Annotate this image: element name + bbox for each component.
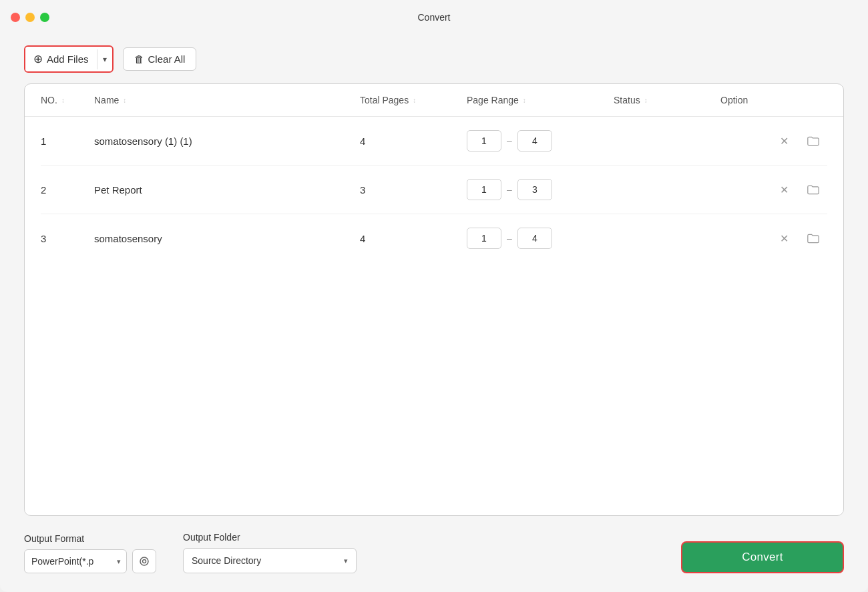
select-arrow-icon: ▾ bbox=[112, 557, 126, 566]
remove-row-button[interactable]: ✕ bbox=[777, 181, 791, 199]
output-folder-group: Output Folder Source Directory ▾ bbox=[183, 532, 357, 573]
sort-icon-total-pages: ↕ bbox=[413, 97, 416, 104]
cell-page-range: – bbox=[467, 228, 614, 249]
folder-row-button[interactable] bbox=[805, 133, 822, 149]
range-dash: – bbox=[507, 184, 512, 195]
page-from-input[interactable] bbox=[467, 228, 501, 249]
folder-dropdown-icon: ▾ bbox=[344, 557, 348, 565]
titlebar: Convert bbox=[0, 0, 868, 35]
window-title: Convert bbox=[417, 12, 450, 23]
cell-no: 1 bbox=[41, 135, 94, 147]
page-from-input[interactable] bbox=[467, 179, 501, 200]
content-area: NO. ↕ Name ↕ Total Pages ↕ Page Range ↕ … bbox=[0, 83, 868, 516]
plus-circle-icon: ⊕ bbox=[33, 52, 43, 66]
window-controls bbox=[11, 13, 49, 22]
add-files-dropdown-button[interactable]: ▾ bbox=[97, 49, 112, 69]
output-format-controls: PowerPoint(*.p Word(*.docx) Excel(*.xlsx… bbox=[24, 549, 156, 573]
sort-icon-status: ↕ bbox=[644, 97, 648, 104]
file-table: NO. ↕ Name ↕ Total Pages ↕ Page Range ↕ … bbox=[24, 83, 844, 516]
output-format-label: Output Format bbox=[24, 533, 156, 544]
header-page-range: Page Range ↕ bbox=[467, 95, 614, 105]
svg-point-1 bbox=[143, 560, 146, 563]
range-dash: – bbox=[507, 135, 512, 146]
table-header: NO. ↕ Name ↕ Total Pages ↕ Page Range ↕ … bbox=[25, 84, 843, 117]
folder-row-button[interactable] bbox=[805, 182, 822, 198]
cell-option: ✕ bbox=[720, 181, 827, 199]
page-to-input[interactable] bbox=[517, 179, 552, 200]
table-row: 2 Pet Report 3 – ✕ bbox=[41, 166, 827, 214]
cell-name: somatosensory bbox=[94, 233, 360, 244]
header-name: Name ↕ bbox=[94, 95, 360, 105]
cell-option: ✕ bbox=[720, 230, 827, 248]
svg-point-0 bbox=[140, 557, 148, 565]
table-row: 1 somatosensory (1) (1) 4 – ✕ bbox=[41, 117, 827, 166]
clear-all-label: Clear All bbox=[148, 53, 186, 65]
sort-icon-page-range: ↕ bbox=[523, 97, 526, 104]
table-row: 3 somatosensory 4 – ✕ bbox=[41, 214, 827, 262]
cell-name: somatosensory (1) (1) bbox=[94, 135, 360, 147]
cell-page-range: – bbox=[467, 130, 614, 152]
page-to-input[interactable] bbox=[517, 228, 552, 249]
cell-page-range: – bbox=[467, 179, 614, 200]
folder-icon bbox=[807, 135, 819, 146]
folder-select[interactable]: Source Directory ▾ bbox=[183, 548, 357, 573]
cell-total-pages: 4 bbox=[360, 135, 467, 147]
settings-icon bbox=[138, 555, 150, 567]
format-select[interactable]: PowerPoint(*.p Word(*.docx) Excel(*.xlsx… bbox=[25, 550, 112, 573]
page-to-input[interactable] bbox=[517, 130, 552, 152]
add-files-label: Add Files bbox=[47, 53, 89, 65]
clear-all-button[interactable]: 🗑 Clear All bbox=[123, 47, 197, 71]
header-total-pages: Total Pages ↕ bbox=[360, 95, 467, 105]
cell-name: Pet Report bbox=[94, 184, 360, 196]
cell-total-pages: 3 bbox=[360, 184, 467, 196]
add-files-button[interactable]: ⊕ Add Files ▾ bbox=[24, 45, 114, 73]
toolbar: ⊕ Add Files ▾ 🗑 Clear All bbox=[0, 35, 868, 83]
cell-option: ✕ bbox=[720, 132, 827, 150]
folder-icon bbox=[807, 233, 819, 244]
table-body: 1 somatosensory (1) (1) 4 – ✕ bbox=[25, 117, 843, 515]
maximize-button[interactable] bbox=[40, 13, 49, 22]
minimize-button[interactable] bbox=[25, 13, 35, 22]
header-status: Status ↕ bbox=[614, 95, 720, 105]
sort-icon-name: ↕ bbox=[123, 97, 126, 104]
output-folder-label: Output Folder bbox=[183, 532, 357, 543]
header-no: NO. ↕ bbox=[41, 95, 94, 105]
cell-total-pages: 4 bbox=[360, 233, 467, 244]
cell-no: 3 bbox=[41, 233, 94, 244]
remove-row-button[interactable]: ✕ bbox=[777, 230, 791, 248]
close-button[interactable] bbox=[11, 13, 20, 22]
format-settings-button[interactable] bbox=[132, 549, 156, 573]
add-files-main-button[interactable]: ⊕ Add Files bbox=[25, 47, 97, 71]
trash-icon: 🗑 bbox=[134, 53, 144, 65]
header-option: Option bbox=[720, 95, 827, 105]
folder-row-button[interactable] bbox=[805, 230, 822, 246]
folder-value: Source Directory bbox=[192, 555, 261, 566]
remove-row-button[interactable]: ✕ bbox=[777, 132, 791, 150]
bottom-bar: Output Format PowerPoint(*.p Word(*.docx… bbox=[0, 516, 868, 592]
page-from-input[interactable] bbox=[467, 130, 501, 152]
convert-button[interactable]: Convert bbox=[681, 541, 844, 573]
folder-icon bbox=[807, 184, 819, 195]
sort-icon-no: ↕ bbox=[61, 97, 65, 104]
output-format-group: Output Format PowerPoint(*.p Word(*.docx… bbox=[24, 533, 156, 573]
format-select-wrapper: PowerPoint(*.p Word(*.docx) Excel(*.xlsx… bbox=[24, 549, 127, 573]
cell-no: 2 bbox=[41, 184, 94, 196]
range-dash: – bbox=[507, 233, 512, 244]
